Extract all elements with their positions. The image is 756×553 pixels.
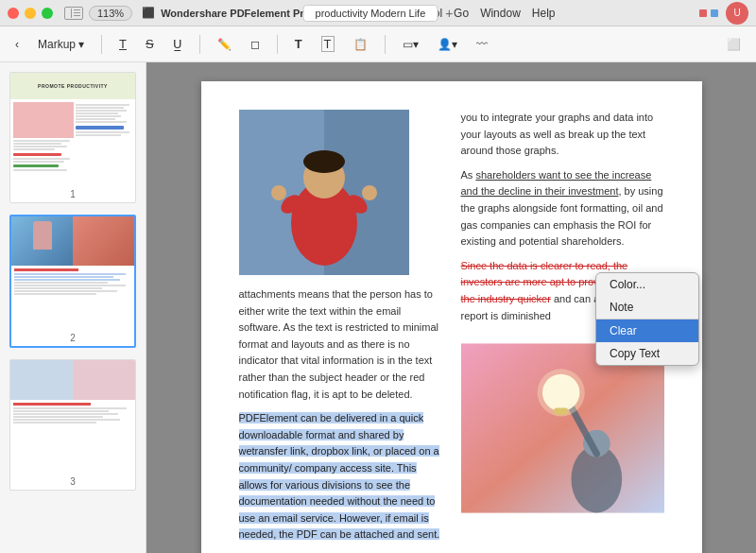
thumb3-line bbox=[13, 410, 109, 412]
thumb3-img-left bbox=[10, 360, 73, 400]
zoom-level[interactable]: 113% bbox=[89, 6, 132, 21]
thumb1-line bbox=[76, 110, 127, 112]
markup-label: Markup bbox=[38, 38, 76, 51]
right-para-2: As shareholders want to see the increase… bbox=[461, 167, 664, 251]
svg-rect-9 bbox=[461, 344, 664, 513]
thumb2-line bbox=[14, 279, 120, 281]
fullscreen-button[interactable] bbox=[42, 8, 53, 19]
thumb1-header: PROMOTE PRODUCTIVITY bbox=[10, 73, 135, 99]
close-button[interactable] bbox=[8, 8, 19, 19]
sidebar-toggle-icon[interactable] bbox=[64, 7, 83, 20]
thumb1-line bbox=[13, 169, 67, 171]
thumb3-line bbox=[13, 413, 118, 415]
page-thumb-2[interactable]: 2 bbox=[9, 215, 136, 348]
app-name: Wondershare PDFelement Pro bbox=[161, 8, 310, 19]
tab-productivity[interactable]: productivity Modern Life bbox=[303, 5, 438, 22]
note-icon: 📋 bbox=[353, 38, 368, 51]
pen-tool-button[interactable]: ✏️ bbox=[212, 35, 237, 54]
wavy-underline-tool-button[interactable]: U̲ bbox=[167, 34, 188, 54]
page-thumb-1[interactable]: PROMOTE PRODUCTIVITY bbox=[9, 72, 136, 203]
svg-point-8 bbox=[303, 150, 345, 173]
note-tool-button[interactable]: 📋 bbox=[348, 35, 373, 54]
left-para-highlighted: PDFElement can be delivered in a quick d… bbox=[239, 410, 442, 544]
thumb1-image bbox=[13, 102, 74, 138]
thumb1-red-bar bbox=[13, 153, 61, 156]
thumb1-line bbox=[76, 118, 115, 120]
page-num-1: 1 bbox=[10, 186, 135, 202]
strikethrough-tool-button[interactable]: S bbox=[140, 34, 160, 54]
thumb3-line bbox=[13, 422, 96, 423]
thumb1-body bbox=[10, 99, 135, 174]
thumb1-text-lines bbox=[13, 140, 74, 171]
thumb3-title bbox=[13, 403, 91, 406]
context-menu-item-note[interactable]: Note bbox=[596, 296, 698, 319]
thumb1-line bbox=[76, 104, 129, 106]
stamp-dropdown-button[interactable]: 👤▾ bbox=[432, 35, 463, 54]
thumb2-line bbox=[14, 293, 96, 295]
text-icon: T bbox=[295, 37, 302, 51]
thumb-content-1: PROMOTE PRODUCTIVITY bbox=[10, 73, 135, 186]
menu-go[interactable]: Go bbox=[454, 7, 469, 20]
back-button[interactable]: ‹ bbox=[9, 35, 25, 54]
thumb1-line bbox=[13, 158, 70, 160]
stamp-icon: 👤▾ bbox=[438, 38, 457, 51]
add-tab-button[interactable]: + bbox=[445, 6, 453, 21]
thumb1-line bbox=[76, 112, 118, 114]
page-num-3: 3 bbox=[10, 474, 135, 490]
thumb3-img-right bbox=[73, 360, 135, 400]
thumb1-line bbox=[76, 131, 129, 133]
underlined-text-1: shareholders want to see the increase an… bbox=[461, 169, 652, 198]
user-avatar[interactable]: U bbox=[726, 2, 748, 25]
thumb-page-1: PROMOTE PRODUCTIVITY bbox=[10, 73, 135, 186]
thumb3-line bbox=[13, 419, 120, 421]
thumb2-line bbox=[14, 276, 113, 278]
thumb1-right-col bbox=[76, 102, 132, 171]
separator-4 bbox=[385, 35, 386, 54]
menu-help[interactable]: Help bbox=[532, 7, 556, 20]
underline-tool-button[interactable]: T bbox=[113, 34, 132, 54]
thumb2-line bbox=[14, 290, 117, 292]
thumb-page-3 bbox=[10, 360, 135, 474]
toolbar: ‹ Markup ▾ T S U̲ ✏️ ◻ T T 📋 ▭▾ 👤▾ bbox=[0, 26, 756, 62]
draw-icon: 〰 bbox=[476, 38, 488, 51]
page-thumb-3[interactable]: 3 bbox=[9, 359, 136, 491]
app-icon: ⬛ bbox=[142, 7, 155, 19]
left-para-1: attachments means that the person has to… bbox=[239, 286, 442, 403]
grid-icon[interactable] bbox=[699, 9, 718, 17]
thumb1-line bbox=[76, 115, 121, 117]
traffic-lights[interactable] bbox=[8, 8, 53, 19]
thumb-content-2 bbox=[11, 216, 134, 330]
expand-icon: ⬜ bbox=[727, 38, 741, 51]
minimize-button[interactable] bbox=[25, 8, 36, 19]
thumb2-body bbox=[11, 266, 134, 298]
menu-window[interactable]: Window bbox=[480, 7, 521, 20]
thumb1-line bbox=[76, 134, 121, 136]
text-tool-button[interactable]: T bbox=[289, 34, 308, 54]
thumb1-line bbox=[13, 146, 67, 147]
thumb-page-2 bbox=[11, 216, 134, 330]
thumb2-right-img bbox=[73, 216, 134, 266]
context-menu-item-clear[interactable]: Clear bbox=[596, 320, 698, 342]
expand-panel-button[interactable]: ⬜ bbox=[721, 35, 747, 54]
eraser-tool-button[interactable]: ◻ bbox=[245, 35, 266, 54]
thumb1-blue-bar bbox=[76, 126, 124, 130]
highlight-text-1: PDFElement can be delivered in a quick d… bbox=[239, 412, 440, 540]
as-text: As bbox=[461, 169, 476, 181]
thumb1-line bbox=[13, 148, 55, 150]
thumb3-line bbox=[13, 407, 127, 409]
thumb2-title bbox=[14, 268, 78, 271]
svg-point-15 bbox=[537, 369, 584, 416]
shapes-dropdown-button[interactable]: ▭▾ bbox=[397, 35, 424, 54]
context-menu-item-color[interactable]: Color... bbox=[596, 273, 698, 296]
markup-dropdown[interactable]: Markup ▾ bbox=[32, 35, 90, 54]
wavy-underline-icon: U̲ bbox=[173, 37, 182, 51]
draw-tool-button[interactable]: 〰 bbox=[471, 35, 493, 54]
callout-tool-button[interactable]: T bbox=[316, 33, 340, 55]
context-menu-item-copy-text[interactable]: Copy Text bbox=[596, 342, 698, 365]
man-image-svg bbox=[239, 110, 409, 275]
separator-3 bbox=[277, 35, 278, 54]
right-para-1: you to integrate your graphs and data in… bbox=[461, 110, 664, 160]
left-column-image bbox=[239, 110, 409, 275]
titlebar: 113% ⬛ Wondershare PDFelement Pro File E… bbox=[0, 0, 756, 26]
back-arrow-icon: ‹ bbox=[15, 38, 19, 51]
